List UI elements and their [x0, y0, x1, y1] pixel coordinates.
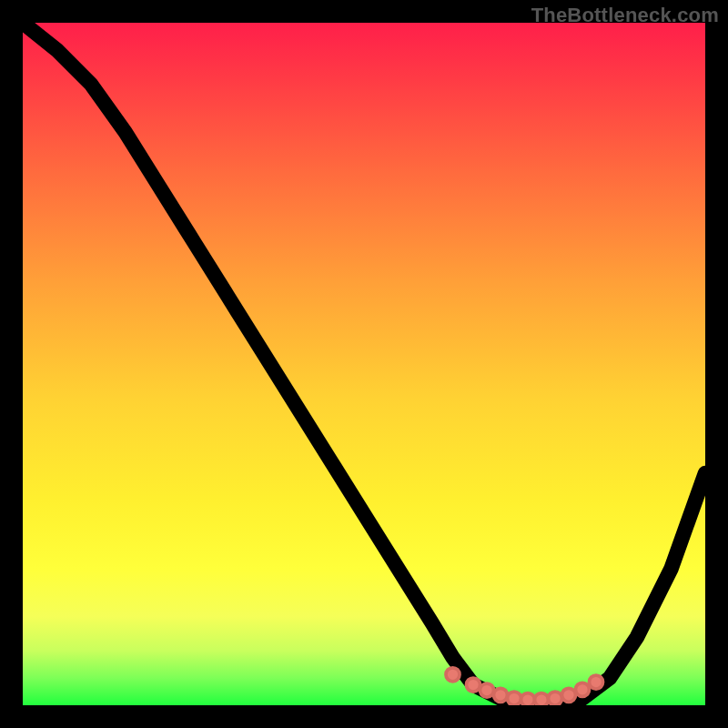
- marker-dot: [521, 693, 535, 706]
- marker-dot: [467, 678, 480, 692]
- chart-frame: TheBottleneck.com: [0, 0, 728, 728]
- marker-dot: [576, 682, 590, 696]
- marker-dot: [494, 688, 508, 702]
- plot-area: [23, 23, 705, 705]
- marker-dot: [549, 692, 562, 705]
- marker-dot: [480, 683, 494, 697]
- bottleneck-curve: [23, 23, 705, 705]
- marker-dot: [562, 688, 576, 702]
- watermark-text: TheBottleneck.com: [531, 4, 719, 27]
- marker-dot: [446, 668, 460, 682]
- chart-svg: [23, 23, 705, 705]
- marker-dot: [590, 675, 603, 689]
- marker-dot: [535, 693, 549, 706]
- marker-dot: [508, 692, 521, 705]
